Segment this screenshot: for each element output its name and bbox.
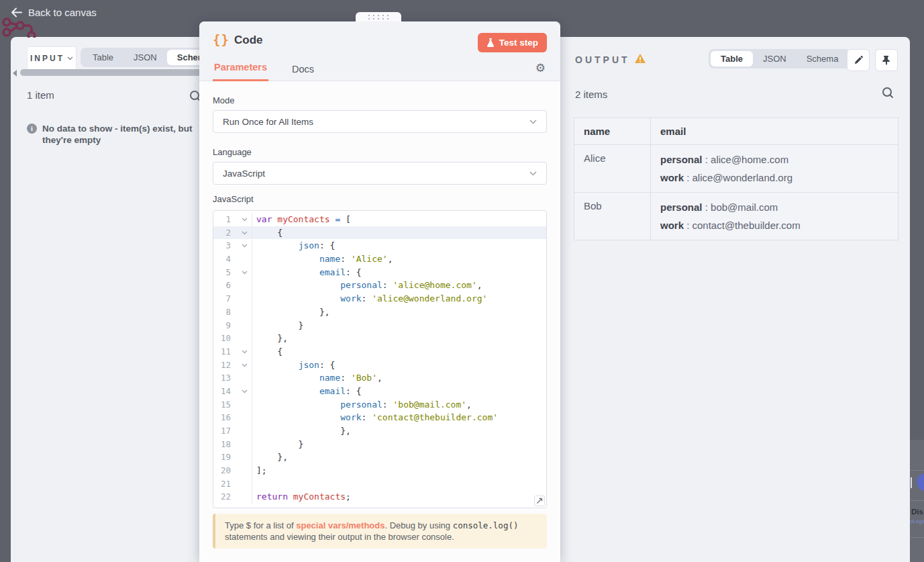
hscroll-left-arrow[interactable]	[13, 70, 17, 77]
language-label: Language	[213, 147, 252, 157]
test-step-button[interactable]: Test step	[478, 33, 547, 52]
code-line-13[interactable]: 13 name: 'Bob',	[213, 371, 546, 385]
code-line-18[interactable]: 18 }	[213, 438, 546, 451]
tab-json[interactable]: JSON	[123, 50, 167, 65]
code-line-11[interactable]: 11 {	[213, 345, 546, 359]
code-line-15[interactable]: 15 personal: 'bob@mail.com',	[213, 398, 546, 412]
line-gutter: 21	[213, 477, 252, 491]
edit-output-button[interactable]	[847, 49, 870, 71]
test-step-label: Test step	[499, 38, 538, 48]
line-gutter: 4	[213, 252, 252, 266]
code-line-17[interactable]: 17 },	[213, 424, 546, 438]
line-gutter: 13	[213, 371, 252, 385]
pin-icon	[882, 55, 891, 65]
line-gutter: 3	[213, 239, 252, 252]
tab-schema[interactable]: Schema	[797, 51, 849, 66]
code-node-icon: {}	[213, 32, 229, 47]
language-value: JavaScript	[223, 169, 265, 179]
code-line-7[interactable]: 7 work: 'alice@wonderland.org'	[213, 292, 546, 306]
pin-data-button[interactable]	[875, 49, 898, 71]
editor-resize-handle[interactable]	[534, 496, 545, 506]
output-search-icon[interactable]	[882, 87, 894, 99]
code-line-8[interactable]: 8 },	[213, 306, 546, 319]
column-header-name: name	[574, 118, 651, 145]
special-vars-link[interactable]: special vars/methods	[296, 520, 384, 530]
tab-docs[interactable]: Docs	[292, 64, 314, 75]
line-gutter: 17	[213, 424, 252, 438]
input-panel-title: INPUT	[30, 54, 64, 63]
code-editor[interactable]: 1var myContacts = [2 {3 json: {4 name: '…	[213, 210, 547, 508]
output-panel-title: OUTPUT	[575, 54, 630, 65]
arrow-left-icon	[11, 7, 22, 17]
mode-select[interactable]: Run Once for All Items	[213, 110, 547, 133]
workflow-node-logo-icon	[0, 15, 38, 38]
empty-message-line1: No data to show - item(s) exist, but	[42, 124, 193, 134]
table-row: Bobpersonal : bob@mail.comwork : contact…	[574, 193, 899, 240]
hint-middle: . Debug by using	[384, 520, 452, 530]
back-to-canvas-button[interactable]: Back to canvas	[11, 7, 97, 18]
line-gutter: 12	[213, 359, 252, 372]
code-line-3[interactable]: 3 json: {	[213, 239, 546, 252]
fold-chevron-icon[interactable]	[242, 389, 248, 393]
edge-tick	[911, 477, 912, 488]
chevron-down-icon	[529, 120, 537, 124]
gear-icon[interactable]: ⚙	[535, 62, 546, 74]
output-table: nameemail Alicepersonal : alice@home.com…	[574, 118, 899, 240]
background-canvas-fragment: Dis dLega	[910, 440, 924, 562]
code-line-16[interactable]: 16 work: 'contact@thebuilder.com'	[213, 411, 546, 424]
tab-table[interactable]: Table	[711, 51, 753, 66]
code-line-4[interactable]: 4 name: 'Alice',	[213, 252, 546, 266]
cell-name: Alice	[574, 145, 651, 193]
modal-header: {} Code Test step Parameters Docs ⚙	[199, 21, 560, 81]
mode-label: Mode	[213, 95, 235, 105]
code-line-20[interactable]: 20];	[213, 464, 546, 477]
line-gutter: 20	[213, 464, 252, 477]
code-line-1[interactable]: 1var myContacts = [	[213, 213, 546, 226]
code-line-19[interactable]: 19 },	[213, 451, 546, 464]
code-line-21[interactable]: 21	[213, 477, 546, 491]
edge-label-primary: Dis	[911, 508, 923, 516]
fold-chevron-icon[interactable]	[242, 218, 248, 222]
code-line-2[interactable]: 2 {	[213, 226, 546, 240]
code-line-22[interactable]: 22return myContacts;	[213, 490, 546, 504]
column-header-email: email	[651, 118, 899, 145]
fold-chevron-icon[interactable]	[242, 350, 248, 354]
line-gutter: 8	[213, 306, 252, 319]
fold-chevron-icon[interactable]	[242, 231, 248, 235]
code-line-10[interactable]: 10 },	[213, 332, 546, 345]
code-node-modal: {} Code Test step Parameters Docs ⚙ Mode…	[199, 21, 560, 562]
input-items-count: 1 item	[27, 89, 54, 101]
line-gutter: 2	[213, 226, 252, 240]
language-select[interactable]: JavaScript	[213, 162, 547, 185]
warning-icon	[634, 53, 646, 64]
hint-prefix: Type $ for a list of	[225, 520, 296, 530]
output-table-header-row: nameemail	[574, 118, 899, 145]
input-source-select[interactable]: INPUT	[27, 46, 76, 71]
empty-message-line2: they're empty	[42, 135, 101, 145]
code-line-12[interactable]: 12 json: {	[213, 359, 546, 372]
tab-parameters[interactable]: Parameters	[213, 62, 268, 81]
line-gutter: 14	[213, 385, 252, 398]
tab-json[interactable]: JSON	[753, 51, 797, 66]
line-gutter: 15	[213, 398, 252, 412]
cell-email: personal : alice@home.comwork : alice@wo…	[651, 145, 899, 193]
fold-chevron-icon[interactable]	[242, 271, 248, 275]
code-line-14[interactable]: 14 email: {	[213, 385, 546, 398]
chevron-down-icon	[529, 171, 537, 176]
edge-avatar-fragment	[917, 473, 924, 491]
chevron-down-icon	[67, 56, 73, 60]
input-horizontal-scrollbar[interactable]	[20, 69, 203, 76]
resize-diagonal-icon	[536, 498, 543, 504]
back-to-canvas-label: Back to canvas	[28, 7, 97, 18]
tab-table[interactable]: Table	[83, 50, 123, 65]
cell-name: Bob	[574, 193, 651, 240]
code-line-5[interactable]: 5 email: {	[213, 266, 546, 279]
mode-value: Run Once for All Items	[223, 117, 313, 127]
fold-chevron-icon[interactable]	[242, 363, 248, 367]
modal-drag-handle[interactable]	[356, 12, 401, 21]
hint-suffix: statements and viewing their output in t…	[225, 532, 454, 542]
fold-chevron-icon[interactable]	[242, 244, 248, 248]
line-gutter: 10	[213, 332, 252, 345]
code-line-6[interactable]: 6 personal: 'alice@home.com',	[213, 279, 546, 292]
code-line-9[interactable]: 9 }	[213, 319, 546, 332]
